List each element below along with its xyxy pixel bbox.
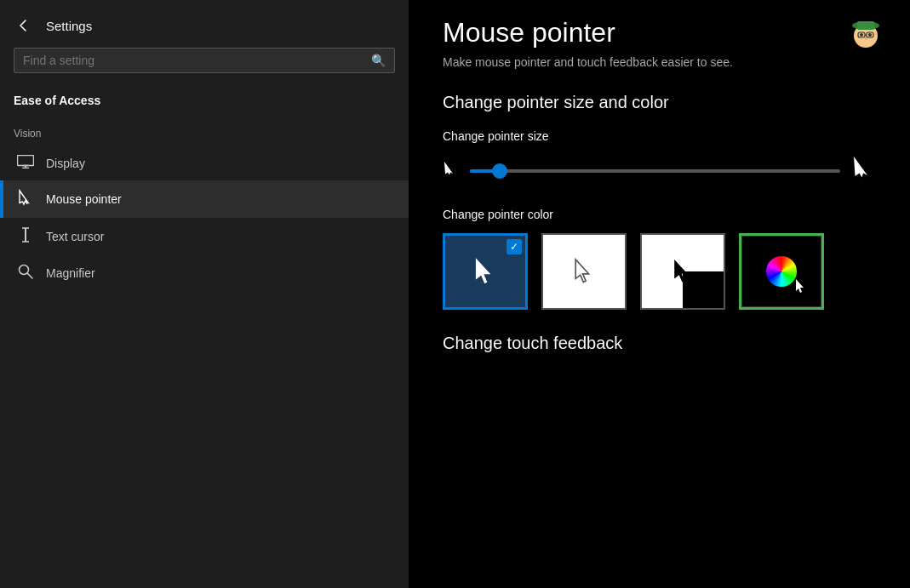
color-wheel-icon <box>766 256 797 287</box>
white-cursor-svg <box>572 257 596 286</box>
display-label: Display <box>46 157 85 170</box>
page-description: Make mouse pointer and touch feedback ea… <box>443 55 876 69</box>
sidebar-item-text-cursor[interactable]: Text cursor <box>0 218 409 255</box>
search-box[interactable]: 🔍 <box>14 48 395 73</box>
black-cursor-svg <box>472 255 499 288</box>
text-cursor-label: Text cursor <box>46 230 104 243</box>
main-content: Mouse pointer Make mouse pointer and tou… <box>409 0 910 588</box>
svg-point-13 <box>868 33 872 37</box>
ease-of-access-label: Ease of Access <box>0 87 409 121</box>
sidebar: Settings 🔍 Ease of Access Vision Display… <box>0 0 409 588</box>
black-cursor-bg: ✓ <box>445 236 525 307</box>
sidebar-item-mouse-pointer[interactable]: Mouse pointer <box>0 180 409 218</box>
section-pointer-size-color-title: Change pointer size and color <box>443 93 876 112</box>
settings-title: Settings <box>46 19 92 33</box>
vision-label: Vision <box>0 121 409 146</box>
sidebar-item-display[interactable]: Display <box>0 146 409 180</box>
custom-cursor-svg <box>793 277 810 298</box>
search-input[interactable] <box>23 54 364 67</box>
svg-line-8 <box>27 273 32 278</box>
display-icon <box>17 155 34 172</box>
pointer-size-slider-container[interactable] <box>470 169 840 173</box>
page-title: Mouse pointer <box>443 17 876 49</box>
color-option-custom[interactable] <box>739 233 824 310</box>
color-option-black[interactable]: ✓ <box>443 233 528 310</box>
section-touch-feedback-title: Change touch feedback <box>443 334 876 353</box>
magnifier-label: Magnifier <box>46 266 95 280</box>
small-cursor-icon <box>443 160 458 182</box>
custom-cursor-inner <box>742 237 821 306</box>
svg-point-12 <box>860 33 863 37</box>
inverted-cursor-bg <box>642 235 724 308</box>
svg-point-17 <box>865 37 867 40</box>
selected-checkmark: ✓ <box>507 239 522 254</box>
back-button[interactable] <box>14 15 34 36</box>
color-option-inverted[interactable] <box>640 233 725 310</box>
pointer-size-slider-row <box>443 155 876 187</box>
sidebar-item-magnifier[interactable]: Magnifier <box>0 255 409 291</box>
svg-rect-11 <box>857 21 874 30</box>
mouse-pointer-label: Mouse pointer <box>46 192 122 206</box>
color-options: ✓ <box>443 233 876 310</box>
pointer-color-label: Change pointer color <box>443 208 876 221</box>
text-cursor-icon <box>17 226 34 247</box>
white-cursor-bg <box>543 235 625 308</box>
mouse-pointer-icon <box>17 189 34 209</box>
magnifier-icon <box>17 264 34 283</box>
avatar-svg <box>842 9 890 56</box>
large-cursor-icon <box>852 155 876 187</box>
custom-cursor-bg <box>741 236 821 307</box>
search-icon[interactable]: 🔍 <box>371 54 386 67</box>
inverted-cursor-svg <box>671 257 695 286</box>
svg-rect-0 <box>18 156 34 166</box>
sidebar-header: Settings <box>0 0 409 48</box>
pointer-size-label: Change pointer size <box>443 129 876 143</box>
app-icon <box>842 9 893 60</box>
color-option-white[interactable] <box>541 233 627 310</box>
